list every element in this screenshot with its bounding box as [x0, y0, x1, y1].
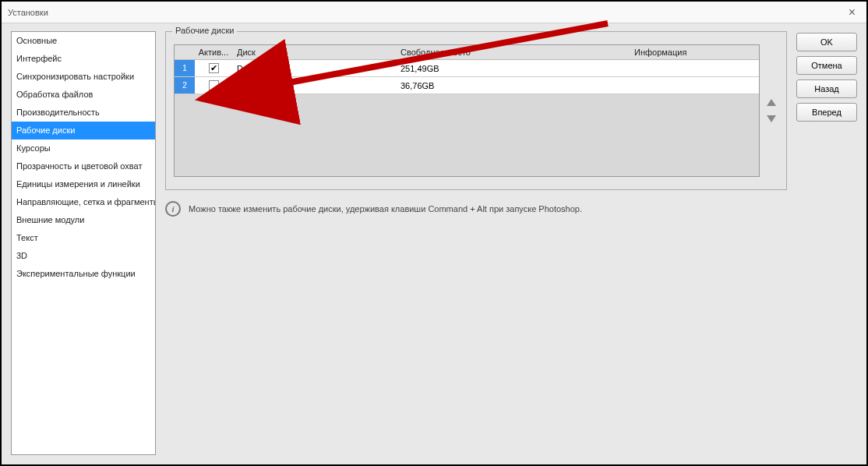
sidebar-item[interactable]: Обработка файлов	[12, 86, 155, 104]
sidebar-item[interactable]: Прозрачность и цветовой охват	[12, 157, 155, 175]
sidebar-item[interactable]: Текст	[12, 229, 155, 247]
window-title: Установки	[8, 8, 844, 17]
category-sidebar: ОсновныеИнтерфейсСинхронизировать настро…	[11, 31, 156, 455]
grid-header: Актив... Диск Свободное место Информация	[175, 45, 759, 60]
sidebar-item[interactable]: Интерфейс	[12, 50, 155, 68]
disk-cell: D:\	[232, 64, 396, 73]
sidebar-item[interactable]: Основные	[12, 32, 155, 50]
grid-rows: 1✔D:\251,49GB2C:\36,76GB	[175, 60, 759, 176]
window-body: ОсновныеИнтерфейсСинхронизировать настро…	[2, 23, 866, 464]
col-free[interactable]: Свободное место	[396, 45, 630, 59]
main-panel: Рабочие диски Актив... Диск Свободное ме…	[165, 31, 787, 455]
move-down-icon[interactable]	[767, 115, 776, 122]
disk-cell: C:\	[232, 81, 396, 90]
sidebar-item[interactable]: Направляющие, сетка и фрагменты	[12, 193, 155, 211]
ok-button[interactable]: OK	[796, 33, 857, 51]
close-icon[interactable]: ×	[844, 5, 860, 19]
row-number: 2	[175, 77, 195, 94]
col-info[interactable]: Информация	[630, 45, 759, 59]
back-button[interactable]: Назад	[796, 79, 857, 98]
cancel-button[interactable]: Отмена	[796, 56, 857, 75]
row-number: 1	[175, 60, 195, 76]
checkbox-icon[interactable]	[209, 80, 219, 90]
scratch-disks-group: Рабочие диски Актив... Диск Свободное ме…	[165, 31, 787, 190]
col-active[interactable]: Актив...	[195, 45, 232, 59]
dialog-buttons: OK Отмена Назад Вперед	[796, 31, 857, 455]
group-title: Рабочие диски	[172, 26, 237, 35]
info-icon: i	[165, 201, 181, 217]
titlebar: Установки ×	[2, 2, 866, 23]
active-cell[interactable]	[195, 80, 232, 90]
active-cell[interactable]: ✔	[195, 63, 232, 73]
reorder-buttons	[760, 44, 778, 177]
table-row[interactable]: 1✔D:\251,49GB	[175, 60, 759, 77]
checkbox-icon[interactable]: ✔	[209, 63, 219, 73]
forward-button[interactable]: Вперед	[796, 103, 857, 122]
preferences-window: Установки × ОсновныеИнтерфейсСинхронизир…	[0, 0, 868, 466]
sidebar-item[interactable]: Синхронизировать настройки	[12, 68, 155, 86]
grid-wrap: Актив... Диск Свободное место Информация…	[174, 44, 778, 177]
sidebar-item[interactable]: Курсоры	[12, 139, 155, 157]
free-cell: 251,49GB	[396, 64, 630, 73]
sidebar-item[interactable]: 3D	[12, 247, 155, 265]
free-cell: 36,76GB	[396, 81, 630, 90]
col-disk[interactable]: Диск	[232, 45, 396, 59]
hint-row: i Можно также изменить рабочие диски, уд…	[165, 201, 787, 217]
sidebar-item[interactable]: Единицы измерения и линейки	[12, 175, 155, 193]
hint-text: Можно также изменить рабочие диски, удер…	[189, 204, 582, 214]
sidebar-item[interactable]: Рабочие диски	[12, 122, 155, 139]
sidebar-item[interactable]: Внешние модули	[12, 211, 155, 229]
sidebar-item[interactable]: Экспериментальные функции	[12, 265, 155, 283]
sidebar-item[interactable]: Производительность	[12, 104, 155, 122]
move-up-icon[interactable]	[767, 99, 776, 106]
table-row[interactable]: 2C:\36,76GB	[175, 77, 759, 94]
disk-grid: Актив... Диск Свободное место Информация…	[174, 44, 760, 177]
